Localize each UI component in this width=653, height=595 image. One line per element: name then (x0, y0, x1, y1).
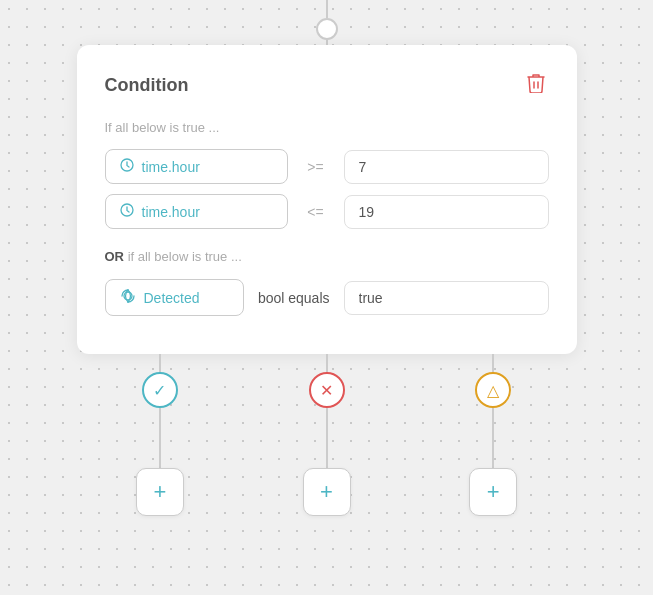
plus-icon-red: + (320, 479, 333, 505)
connector-line-red-bottom (326, 408, 328, 468)
outcome-circle-green[interactable]: ✓ (142, 372, 178, 408)
field-pill-2[interactable]: time.hour (105, 194, 288, 229)
field-text-2: time.hour (142, 204, 200, 220)
top-line (326, 0, 328, 18)
operator-2: <= (302, 204, 330, 220)
field-text-1: time.hour (142, 159, 200, 175)
plus-icon-green: + (153, 479, 166, 505)
trash-icon (527, 73, 545, 98)
or-suffix: if all below is true ... (128, 249, 242, 264)
value-input-2[interactable] (344, 195, 549, 229)
condition-card: Condition If all below is true ... time.… (77, 45, 577, 354)
top-circle (316, 18, 338, 40)
card-title: Condition (105, 75, 189, 96)
connector-column-yellow: △ + (410, 354, 577, 516)
or-strong: OR (105, 249, 125, 264)
add-box-green[interactable]: + (136, 468, 184, 516)
connector-line-green-top (159, 354, 161, 372)
connector-column-red: ✕ + (243, 354, 410, 516)
operator-1: >= (302, 159, 330, 175)
or-section: OR if all below is true ... (105, 247, 549, 265)
clock-icon-2 (120, 203, 134, 220)
value-input-1[interactable] (344, 150, 549, 184)
clock-icon-1 (120, 158, 134, 175)
card-header: Condition (105, 69, 549, 102)
condition-row-2: time.hour <= (105, 194, 549, 229)
outcome-circle-red[interactable]: ✕ (309, 372, 345, 408)
field-pill-1[interactable]: time.hour (105, 149, 288, 184)
connector-line-red-top (326, 354, 328, 372)
outcome-circle-yellow[interactable]: △ (475, 372, 511, 408)
detected-pill[interactable]: Detected (105, 279, 244, 316)
warning-icon: △ (487, 381, 499, 400)
connector-column-green: ✓ + (77, 354, 244, 516)
check-icon: ✓ (153, 381, 166, 400)
condition-row-1: time.hour >= (105, 149, 549, 184)
bool-operator: bool equals (258, 290, 330, 306)
detected-icon (120, 288, 136, 307)
top-connector (316, 0, 338, 45)
delete-button[interactable] (523, 69, 549, 102)
add-box-red[interactable]: + (303, 468, 351, 516)
connectors-area: ✓ + ✕ + △ + (77, 354, 577, 516)
connector-line-yellow-bottom (492, 408, 494, 468)
plus-icon-yellow: + (487, 479, 500, 505)
connector-line-yellow-top (492, 354, 494, 372)
detected-text: Detected (144, 290, 200, 306)
add-box-yellow[interactable]: + (469, 468, 517, 516)
value-input-3[interactable] (344, 281, 549, 315)
or-label: OR if all below is true ... (105, 249, 242, 264)
connector-line-green-bottom (159, 408, 161, 468)
detected-condition-row: Detected bool equals (105, 279, 549, 316)
cross-icon: ✕ (320, 381, 333, 400)
section-label: If all below is true ... (105, 120, 549, 135)
